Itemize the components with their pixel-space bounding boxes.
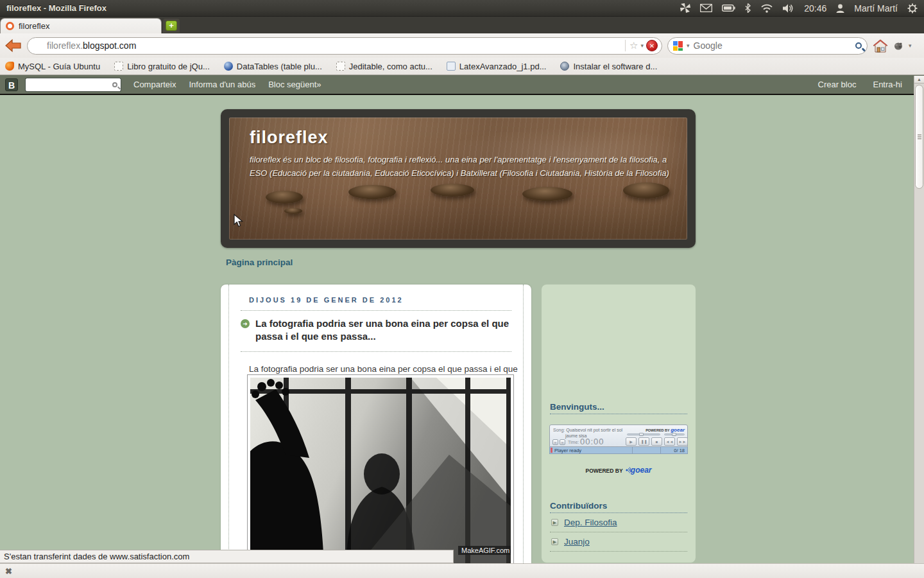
scroll-up-icon[interactable]: ▲ (914, 76, 924, 83)
search-box[interactable]: ▾ (667, 37, 868, 55)
powered-by-goear[interactable]: POWERED BY goear (542, 466, 696, 475)
stop-button[interactable]: ✕ (646, 40, 658, 51)
google-engine-icon[interactable] (673, 41, 683, 51)
contributor-item: ▶ Juanjo (550, 532, 687, 552)
vertical-scrollbar[interactable]: ▲ (914, 76, 924, 578)
player-powered-by: POWERED BY goear (646, 427, 685, 433)
engine-dropdown-icon[interactable]: ▾ (687, 42, 690, 49)
watermark-label: MakeAGIF.com (458, 546, 511, 555)
bookmark-label: Jeditable, como actu... (349, 62, 432, 71)
url-bar[interactable]: B filoreflex.blogspot.com ☆ ▾ ✕ (27, 37, 662, 55)
bookmark-label: MySQL - Guía Ubuntu (18, 62, 100, 71)
tab-filoreflex[interactable]: filoreflex (0, 18, 162, 33)
contributors-heading: Contribuïdors (550, 501, 687, 513)
goear-logo-icon (624, 467, 631, 473)
post-image[interactable]: MakeAGIF.com (250, 378, 511, 564)
home-page-link[interactable]: Pàgina principal (226, 258, 293, 267)
home-button[interactable] (873, 39, 888, 53)
url-dropdown-icon[interactable]: ▾ (640, 42, 644, 49)
tab-favicon-icon (6, 22, 14, 30)
bookmark-star-icon[interactable]: ☆ (629, 40, 638, 51)
player-mode-buttons: ∞ ∞ (552, 439, 565, 445)
tab-bar: filoreflex + (0, 17, 924, 33)
goear-player: Song: Qualsevol nit pot sortir el sol ja… (549, 425, 688, 447)
sidebar: Benvinguts... Song: Qualsevol nit pot so… (542, 285, 696, 563)
stone (348, 185, 396, 199)
shuffle-button[interactable]: ∞ (560, 439, 565, 445)
player-buttons: ▶ ❚❚ ■ ◄◄ ►► (626, 437, 688, 446)
volume-icon[interactable] (783, 4, 794, 13)
battery-icon[interactable] (722, 4, 735, 12)
volume-slider[interactable] (664, 434, 685, 435)
blogger-navbar: B Comparteix Informa d'un abús Bloc segü… (0, 75, 924, 95)
url-text[interactable]: filoreflex.blogspot.com (47, 40, 620, 51)
blogger-search[interactable] (26, 78, 121, 91)
wifi-icon[interactable] (760, 4, 773, 13)
post-title-link[interactable]: La fotografia podria ser una bona eina p… (255, 317, 511, 344)
bookmark-jeditable[interactable]: Jeditable, como actu... (336, 62, 432, 71)
song-line: Song: Qualsevol nit pot sortir el sol (553, 428, 622, 432)
prev-button[interactable]: ◄◄ (664, 437, 675, 446)
list-arrow-icon: ▶ (551, 538, 558, 545)
contributors-list: ▶ Dep. Filosofia ▶ Juanjo (550, 513, 687, 552)
window-title: filoreflex - Mozilla Firefox (6, 3, 107, 13)
mail-icon[interactable] (700, 4, 712, 12)
user-icon (836, 4, 844, 13)
report-abuse-link[interactable]: Informa d'un abús (189, 80, 255, 89)
contributors-widget: Contribuïdors ▶ Dep. Filosofia ▶ Juanjo (550, 501, 687, 552)
blog-description: filoreflex és un bloc de filosofia, foto… (250, 153, 674, 180)
next-button[interactable]: ►► (677, 437, 688, 446)
create-blog-link[interactable]: Crear bloc (818, 80, 857, 89)
blogger-search-icon[interactable] (112, 82, 117, 87)
search-go-icon[interactable] (855, 42, 862, 49)
shadow-figure-illustration (250, 378, 511, 564)
power-gear-icon[interactable] (907, 3, 918, 13)
firefox-window: filoreflex - Mozilla Firefox 20:46 Martí… (0, 0, 924, 578)
sync-icon[interactable] (680, 3, 690, 13)
play-button[interactable]: ▶ (626, 437, 637, 446)
bookmark-jquery-book[interactable]: Libro gratuito de jQu... (114, 62, 210, 71)
list-arrow-icon: ▶ (551, 519, 558, 526)
pebble (284, 208, 302, 214)
bookmark-label: LatexAvanzado_j1.pd... (459, 62, 547, 71)
bookmarks-toolbar: MySQL - Guía Ubuntu Libro gratuito de jQ… (0, 58, 924, 75)
contributor-item: ▶ Dep. Filosofia (550, 513, 687, 532)
welcome-widget: Benvinguts... (550, 402, 687, 414)
blog-title[interactable]: filoreflex (250, 128, 329, 148)
bluetooth-icon[interactable] (745, 3, 751, 13)
bookmark-datatables[interactable]: DataTables (table plu... (224, 62, 322, 71)
new-tab-button[interactable]: + (166, 21, 177, 31)
new-tab-area: + (163, 19, 180, 33)
bookmark-instalar-software[interactable]: Instalar el software d... (560, 62, 657, 71)
scrollbar-thumb[interactable] (915, 85, 923, 189)
bookmark-mysql[interactable]: MySQL - Guía Ubuntu (5, 62, 100, 71)
session-user[interactable]: Martí Martí (854, 3, 898, 13)
globe-icon (560, 62, 569, 71)
blogger-logo-icon[interactable]: B (5, 78, 18, 91)
post-bullet-arrow-icon: ➜ (241, 319, 250, 328)
loop-button[interactable]: ∞ (552, 439, 558, 445)
stop-button[interactable]: ■ (651, 437, 662, 446)
blogger-search-input[interactable] (29, 80, 112, 89)
next-blog-link[interactable]: Bloc següent» (268, 80, 321, 89)
contributor-link-dep-filosofia[interactable]: Dep. Filosofia (564, 518, 617, 527)
back-button[interactable] (5, 39, 22, 53)
player-status-text: Player ready (554, 448, 581, 453)
status-message: S'estan transferint dades de www.satisfa… (4, 552, 189, 561)
clock[interactable]: 20:46 (804, 3, 826, 13)
toolbar-overflow-icon[interactable]: ▾ (909, 42, 912, 49)
share-link[interactable]: Comparteix (133, 80, 176, 89)
time-value: 00:00 (580, 437, 604, 446)
firebug-addon-icon[interactable] (893, 41, 903, 50)
close-addon-bar-icon[interactable]: ✖ (5, 566, 12, 576)
default-favicon-icon (336, 62, 345, 71)
sign-in-link[interactable]: Entra-hi (873, 80, 902, 89)
datatables-icon (224, 62, 233, 71)
stone (266, 191, 303, 204)
contributor-link-juanjo[interactable]: Juanjo (564, 537, 590, 547)
bookmark-label: Instalar el software d... (573, 62, 657, 71)
bookmark-latex-pdf[interactable]: LatexAvanzado_j1.pd... (447, 62, 547, 71)
pause-button[interactable]: ❚❚ (638, 437, 649, 446)
search-input[interactable] (694, 40, 851, 51)
progress-slider[interactable] (627, 434, 660, 435)
